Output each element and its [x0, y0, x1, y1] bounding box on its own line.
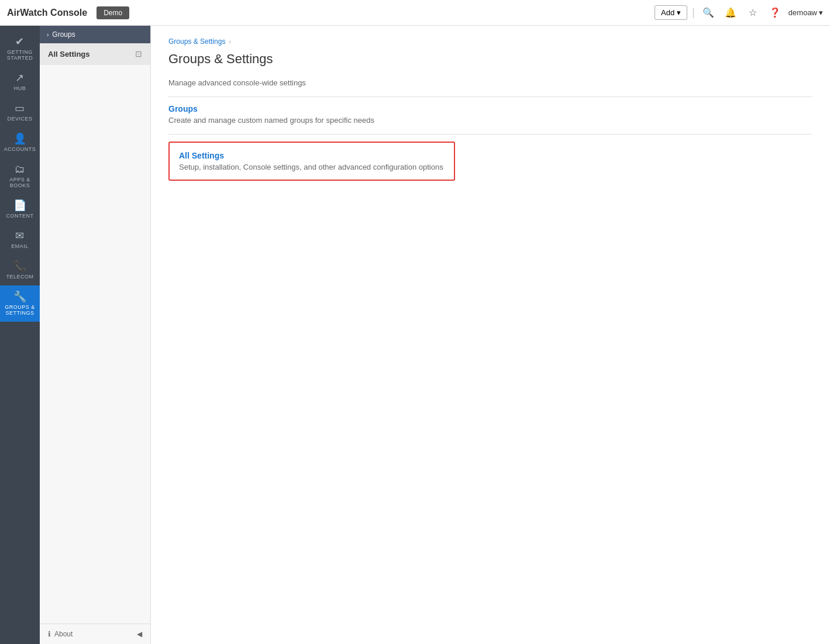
all-settings-desc: Setup, installation, Console settings, a… [179, 163, 445, 171]
content-icon: 📄 [13, 200, 27, 211]
favorites-button[interactable]: ☆ [744, 4, 762, 22]
divider-2 [168, 134, 812, 135]
all-settings-title[interactable]: All Settings [179, 151, 445, 160]
hub-icon: ↗ [15, 73, 25, 83]
icon-sidebar: ✔ GETTINGSTARTED ↗ HUB ▭ DEVICES 👤 ACCOU… [0, 26, 40, 644]
demo-badge: Demo [97, 6, 129, 19]
breadcrumb-chevron: › [229, 39, 230, 45]
sidebar-item-hub[interactable]: ↗ HUB [0, 67, 40, 97]
secondary-sidebar-header[interactable]: › Groups [40, 26, 150, 43]
accounts-icon: 👤 [13, 133, 27, 144]
secondary-sidebar: › Groups All Settings ⊡ ℹ About ◀ [40, 26, 151, 644]
sidebar-spacer [40, 65, 150, 624]
main-layout: ✔ GETTINGSTARTED ↗ HUB ▭ DEVICES 👤 ACCOU… [0, 26, 830, 644]
help-button[interactable]: ❓ [766, 4, 784, 22]
telecom-icon: 📞 [13, 261, 27, 271]
sidebar-item-getting-started[interactable]: ✔ GETTINGSTARTED [0, 30, 40, 67]
groups-desc: Create and manage custom named groups fo… [168, 116, 812, 125]
sidebar-item-all-settings[interactable]: All Settings ⊡ [40, 43, 150, 65]
collapse-sidebar-button[interactable]: ◀ [137, 630, 142, 638]
notifications-button[interactable]: 🔔 [722, 4, 739, 22]
sidebar-item-telecom[interactable]: 📞 TELECOM [0, 255, 40, 285]
apps-books-icon: 🗂 [15, 164, 26, 174]
sidebar-item-apps-books[interactable]: 🗂 APPS &BOOKS [0, 158, 40, 194]
breadcrumb-parent-link[interactable]: Groups & Settings [168, 37, 225, 46]
app-logo: AirWatch Console [7, 8, 87, 18]
groups-title[interactable]: Groups [168, 104, 812, 113]
user-menu[interactable]: demoaw ▾ [788, 8, 823, 17]
getting-started-icon: ✔ [15, 36, 25, 47]
email-icon: ✉ [15, 230, 25, 241]
pin-button[interactable]: ⊡ [135, 49, 142, 58]
nav-divider: | [692, 6, 695, 19]
page-title: Groups & Settings [168, 51, 812, 67]
add-button[interactable]: Add ▾ [655, 5, 687, 20]
breadcrumb: Groups & Settings › [168, 37, 812, 46]
main-content: Groups & Settings › Groups & Settings Ma… [151, 26, 830, 644]
header-chevron: › [47, 32, 49, 38]
search-button[interactable]: 🔍 [700, 4, 717, 22]
divider-1 [168, 97, 812, 97]
info-icon: ℹ [48, 630, 51, 638]
sidebar-item-content[interactable]: 📄 CONTENT [0, 194, 40, 225]
sidebar-item-accounts[interactable]: 👤 ACCOUNTS [0, 128, 40, 158]
page-subtitle: Manage advanced console-wide settings [168, 78, 812, 87]
sidebar-footer[interactable]: ℹ About ◀ [40, 624, 150, 644]
sidebar-item-groups-settings[interactable]: 🔧 GROUPS &SETTINGS [0, 285, 40, 322]
sidebar-item-devices[interactable]: ▭ DEVICES [0, 97, 40, 128]
all-settings-section[interactable]: All Settings Setup, installation, Consol… [168, 142, 455, 181]
top-nav-right: Add ▾ | 🔍 🔔 ☆ ❓ demoaw ▾ [655, 4, 823, 22]
devices-icon: ▭ [15, 103, 25, 113]
groups-section: Groups Create and manage custom named gr… [168, 104, 812, 125]
top-nav: AirWatch Console Demo Add ▾ | 🔍 🔔 ☆ ❓ de… [0, 0, 830, 26]
groups-settings-icon: 🔧 [13, 291, 27, 302]
sidebar-item-email[interactable]: ✉ EMAIL [0, 225, 40, 255]
